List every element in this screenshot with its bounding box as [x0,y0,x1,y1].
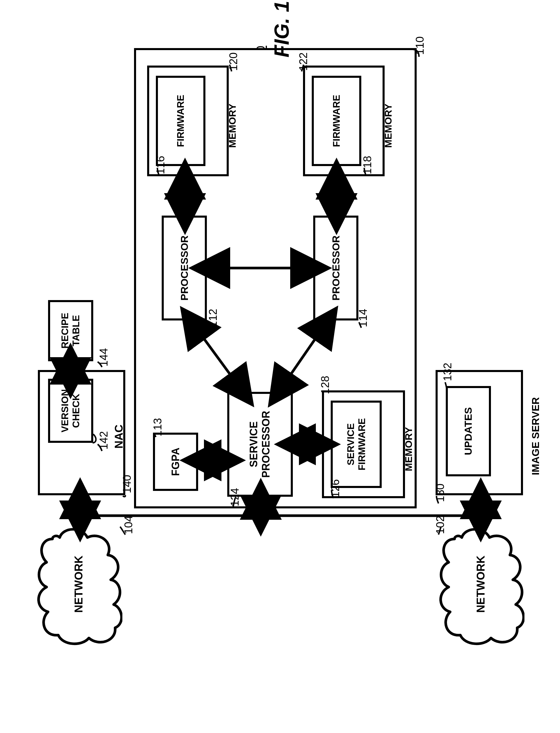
ref-132: 132 [441,363,454,381]
image-server-label: IMAGE SERVER [530,397,541,475]
ref-124: 124 [229,488,241,506]
cloud-right-label: NETWORK [475,556,487,613]
ref-116: 116 [154,156,167,174]
ref-122: 122 [297,52,310,71]
processor-2-box: PROCESSOR [313,216,358,320]
service-memory-lbl: MEMORY [403,427,414,471]
memory-2-lbl: MEMORY [383,104,394,148]
nac-label: NAC [113,424,125,448]
firmware-2-box: FIRMWARE [312,76,361,166]
service-processor-lbl: SERVICE PROCESSOR [248,411,272,478]
fpga-lbl: FGPA [170,447,182,476]
figure-label: FIG. 1 [270,1,293,57]
firmware-1-lbl: FIRMWARE [175,95,186,147]
ref-126: 126 [329,479,342,498]
recipe-table-box: RECIPE TABLE [48,300,93,361]
firmware-2-lbl: FIRMWARE [331,95,342,147]
ref-102: 102 [434,516,447,534]
service-firmware-lbl: SERVICE FIRMWARE [345,418,367,471]
service-firmware-box: SERVICE FIRMWARE [331,401,382,488]
service-processor-box: SERVICE PROCESSOR [227,392,293,497]
processor-1-lbl: PROCESSOR [179,235,190,301]
processor-2-lbl: PROCESSOR [330,235,342,301]
cloud-network-left: NETWORK [35,521,122,647]
cloud-left-label: NETWORK [73,556,85,613]
ref-130: 130 [434,484,447,502]
version-check-box: VERSION CHECK [48,379,93,443]
ref-112: 112 [207,309,219,327]
updates-box: UPDATES [446,386,491,476]
ref-142: 142 [98,431,110,450]
ref-110: 110 [414,36,426,55]
processor-1-box: PROCESSOR [162,216,207,320]
ref-114: 114 [357,309,369,327]
memory-1-lbl: MEMORY [227,104,238,148]
fpga-box: FGPA [153,433,198,491]
ref-120: 120 [227,52,240,71]
updates-lbl: UPDATES [463,407,474,455]
ref-140: 140 [121,475,133,493]
ref-128: 128 [319,376,332,394]
firmware-1-box: FIRMWARE [156,76,205,166]
cloud-network-right: NETWORK [437,521,524,647]
ref-144: 144 [98,348,110,367]
ref-104: 104 [122,516,135,534]
ref-113: 113 [152,418,164,436]
version-check-lbl: VERSION CHECK [60,389,82,433]
ref-118: 118 [361,156,374,174]
recipe-table-lbl: RECIPE TABLE [60,313,82,349]
diagram-canvas: 100 NETWORK 104 NETWORK 102 NAC VERSION … [0,0,560,733]
